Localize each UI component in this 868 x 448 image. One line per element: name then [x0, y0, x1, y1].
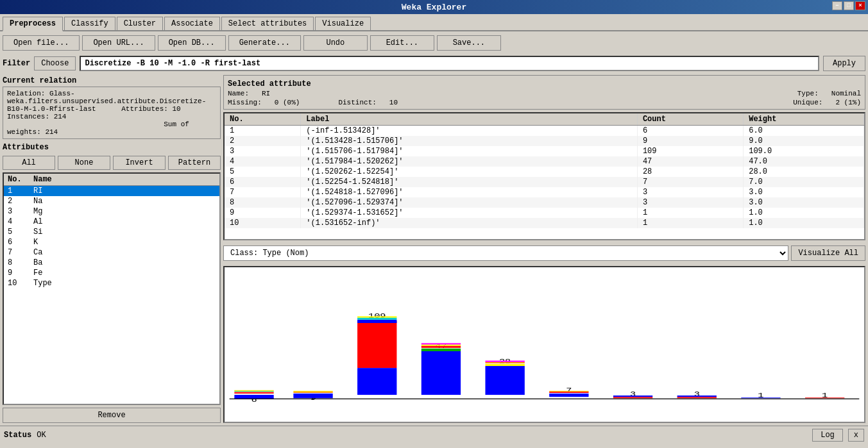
table-row[interactable]: 5 Si — [4, 227, 219, 237]
tab-preprocess[interactable]: Preprocess — [3, 17, 63, 31]
svg-rect-4 — [234, 390, 273, 391]
all-button[interactable]: All — [3, 156, 55, 170]
table-row[interactable]: 9 Fe — [4, 268, 219, 278]
dt-no: 8 — [225, 197, 301, 208]
table-row: 2 '(1.513428-1.515706]' 9 9.0 — [225, 136, 864, 146]
table-row[interactable]: 10 Type — [4, 278, 219, 288]
svg-rect-29 — [549, 391, 588, 392]
table-row: 5 '(1.520262-1.52254]' 28 28.0 — [225, 167, 864, 177]
svg-rect-31 — [613, 397, 652, 398]
dt-weight: 47.0 — [744, 156, 864, 167]
table-row[interactable]: 2 Na — [4, 196, 219, 206]
dt-count: 3 — [637, 197, 743, 208]
tab-select-attributes[interactable]: Select attributes — [221, 17, 314, 30]
table-row[interactable]: 4 Al — [4, 217, 219, 227]
dt-no: 4 — [225, 156, 301, 167]
svg-rect-23 — [485, 364, 524, 366]
svg-rect-18 — [421, 346, 461, 348]
pattern-button[interactable]: Pattern — [168, 156, 221, 170]
dt-count: 1 — [637, 218, 743, 228]
attr-no: 3 — [4, 206, 30, 217]
invert-button[interactable]: Invert — [113, 156, 166, 170]
dt-count: 109 — [637, 146, 743, 156]
histogram-chart: 6 9 109 47 — [225, 267, 864, 422]
filter-value: Discretize -B 10 -M -1.0 -R first-last — [80, 56, 819, 71]
svg-rect-24 — [485, 362, 524, 363]
svg-rect-22 — [485, 366, 524, 395]
attr-no: 4 — [4, 217, 30, 227]
attr-name: Na — [30, 196, 219, 206]
instances-value: 214 — [54, 113, 67, 120]
tab-associate[interactable]: Associate — [164, 17, 220, 30]
table-row: 7 '(1.524818-1.527096]' 3 3.0 — [225, 187, 864, 197]
attr-name: Ba — [30, 258, 219, 268]
attr-no: 8 — [4, 258, 30, 268]
filter-label: Filter — [3, 59, 30, 68]
instances-label: Instances: — [7, 113, 49, 120]
dt-col-weight: Weight — [744, 113, 864, 126]
table-row[interactable]: 3 Mg — [4, 206, 219, 217]
distinct-label: Distinct: — [338, 99, 376, 106]
dt-weight: 7.0 — [744, 177, 864, 187]
class-select[interactable]: Class: Type (Nom) — [223, 245, 788, 261]
none-button[interactable]: None — [58, 156, 110, 170]
selected-attribute-panel: Selected attribute Name: RI Type: Nomina… — [223, 75, 865, 110]
attribute-buttons: All None Invert Pattern — [3, 153, 221, 172]
attributes-value: 10 — [172, 105, 180, 113]
visualize-all-button[interactable]: Visualize All — [791, 245, 865, 261]
attributes-title: Attributes — [3, 142, 221, 153]
tab-classify[interactable]: Classify — [64, 17, 115, 30]
dt-count: 9 — [637, 136, 743, 146]
svg-rect-37 — [741, 397, 780, 398]
attributes-table[interactable]: No. Name 1 RI 2 Na 3 Mg 4 Al 5 Si 6 K 7 … — [3, 172, 221, 405]
unique-value: 2 (1%) — [835, 99, 861, 106]
open-file-button[interactable]: Open file... — [3, 35, 80, 51]
remove-button[interactable]: Remove — [3, 408, 221, 423]
table-row: 8 '(1.527096-1.529374]' 3 3.0 — [225, 197, 864, 208]
window-controls: − □ × — [832, 1, 865, 10]
svg-rect-6 — [293, 394, 332, 398]
open-db-button[interactable]: Open DB... — [158, 35, 226, 51]
save-button[interactable]: Save... — [437, 35, 501, 51]
attr-no: 6 — [4, 237, 30, 247]
table-row[interactable]: 6 K — [4, 237, 219, 247]
table-row[interactable]: 1 RI — [4, 186, 219, 197]
table-row[interactable]: 7 Ca — [4, 247, 219, 258]
sum-weights-value: 214 — [45, 128, 58, 136]
attr-name: Mg — [30, 206, 219, 217]
data-table-container[interactable]: No. Label Count Weight 1 (-inf-1.513428]… — [223, 112, 865, 240]
status-value: OK — [37, 431, 46, 440]
attr-no: 1 — [4, 186, 30, 197]
table-row[interactable]: 8 Ba — [4, 258, 219, 268]
open-url-button[interactable]: Open URL... — [82, 35, 155, 51]
close-button[interactable]: × — [855, 1, 865, 10]
svg-rect-14 — [357, 368, 396, 395]
attr-name-value: RI — [262, 90, 270, 97]
dt-count: 7 — [637, 177, 743, 187]
edit-button[interactable]: Edit... — [370, 35, 434, 51]
choose-button[interactable]: Choose — [34, 56, 76, 71]
dt-col-label: Label — [301, 113, 638, 126]
attr-name: K — [30, 237, 219, 247]
chart-area: 6 9 109 47 — [223, 266, 865, 423]
tab-cluster[interactable]: Cluster — [117, 17, 163, 30]
minimize-button[interactable]: − — [832, 1, 842, 10]
tab-visualize[interactable]: Visualize — [315, 17, 371, 30]
svg-rect-2 — [234, 392, 273, 394]
generate-button[interactable]: Generate... — [228, 35, 301, 51]
svg-rect-3 — [234, 391, 273, 392]
undo-button[interactable]: Undo — [303, 35, 368, 51]
svg-rect-10 — [357, 321, 396, 368]
dt-col-count: Count — [637, 113, 743, 126]
svg-rect-16 — [421, 351, 461, 395]
attr-no: 2 — [4, 196, 30, 206]
attr-name: Si — [30, 227, 219, 237]
maximize-button[interactable]: □ — [844, 1, 854, 10]
app-title: Weka Explorer — [402, 3, 466, 12]
apply-button[interactable]: Apply — [823, 56, 865, 71]
x-button[interactable]: x — [848, 429, 864, 442]
log-button[interactable]: Log — [812, 429, 843, 442]
unique-label: Unique: — [793, 99, 822, 106]
dt-count: 1 — [637, 208, 743, 218]
svg-rect-35 — [677, 395, 717, 397]
